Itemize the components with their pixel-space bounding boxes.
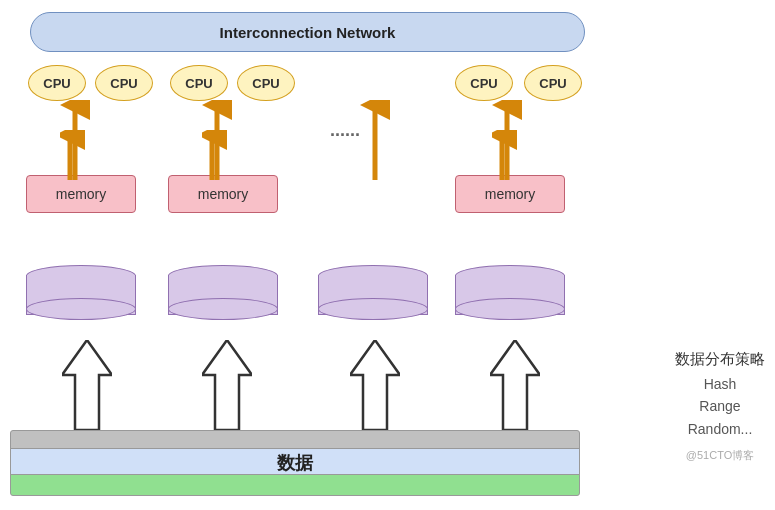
disk-bottom-1: [26, 298, 136, 320]
big-arrow-3: [350, 340, 400, 430]
ellipsis: ......: [330, 120, 360, 141]
cpu-3-1: CPU: [455, 65, 513, 101]
big-arrow-4: [490, 340, 540, 430]
cpu-2-1: CPU: [170, 65, 228, 101]
sidebar-item-range: Range: [675, 395, 765, 417]
cpu-2-2: CPU: [237, 65, 295, 101]
sidebar-title: 数据分布策略: [675, 350, 765, 369]
cpu-1-1: CPU: [28, 65, 86, 101]
disk-bottom-4: [455, 298, 565, 320]
interconnection-network: Interconnection Network: [30, 12, 585, 52]
cpu-1-2: CPU: [95, 65, 153, 101]
disk-3: [318, 265, 428, 320]
sidebar-item-random: Random...: [675, 418, 765, 440]
svg-marker-15: [202, 340, 252, 430]
interconnection-label: Interconnection Network: [220, 24, 396, 41]
arrow-mem-to-cpu-3: [492, 100, 522, 182]
big-arrow-1: [62, 340, 112, 430]
data-label: 数据: [277, 451, 313, 475]
disk-1: [26, 265, 136, 320]
disk-4: [455, 265, 565, 320]
sidebar-watermark: @51CTO博客: [675, 448, 765, 463]
svg-marker-17: [490, 340, 540, 430]
sidebar: 数据分布策略 Hash Range Random... @51CTO博客: [675, 350, 765, 463]
arrow-ellipsis: [360, 100, 390, 182]
disk-bottom-2: [168, 298, 278, 320]
data-layer-green: [10, 474, 580, 496]
svg-marker-14: [62, 340, 112, 430]
sidebar-item-hash: Hash: [675, 373, 765, 395]
data-layer-container: 数据: [10, 430, 580, 500]
arrow-mem-to-cpu-2: [202, 100, 232, 182]
big-arrow-2: [202, 340, 252, 430]
arrow-mem-to-cpu-1: [60, 100, 90, 182]
svg-marker-16: [350, 340, 400, 430]
cpu-3-2: CPU: [524, 65, 582, 101]
disk-2: [168, 265, 278, 320]
disk-bottom-3: [318, 298, 428, 320]
